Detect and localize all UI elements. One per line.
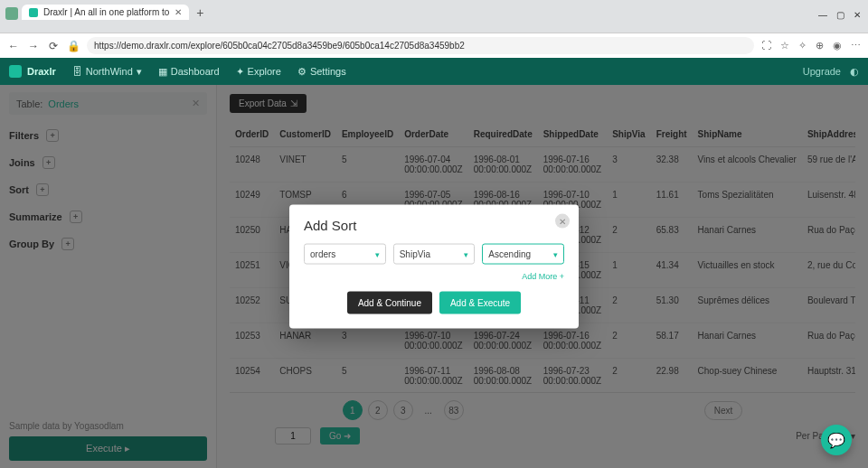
nav-label: Dashboard <box>171 66 220 77</box>
chevron-down-icon: ▾ <box>375 249 380 258</box>
chat-icon: 💬 <box>827 432 845 449</box>
nav-label: Settings <box>310 66 346 77</box>
add-execute-button[interactable]: Add & Execute <box>439 292 521 314</box>
chat-fab[interactable]: 💬 <box>821 425 852 455</box>
dashboard-icon: ▦ <box>158 66 167 78</box>
extension-icon[interactable]: ✧ <box>798 40 807 51</box>
add-more-label: Add More <box>522 272 557 281</box>
chevron-down-icon: ▾ <box>553 249 558 258</box>
sort-column-select[interactable]: ShipVia▾ <box>393 244 476 265</box>
brand-text: Draxlr <box>27 66 56 77</box>
gear-icon: ⚙ <box>297 66 307 78</box>
reader-icon[interactable]: ⛶ <box>761 40 771 51</box>
select-value: orders <box>310 249 335 259</box>
close-icon[interactable]: ✕ <box>175 7 182 17</box>
select-value: Ascending <box>488 249 531 259</box>
browser-tab[interactable]: Draxlr | An all in one platform to ✕ <box>22 5 189 20</box>
chevron-down-icon: ▾ <box>137 66 142 78</box>
favorite-icon[interactable]: ☆ <box>780 40 789 51</box>
modal-title: Add Sort <box>304 218 564 233</box>
window-close[interactable]: ✕ <box>854 10 861 20</box>
close-modal-button[interactable]: ✕ <box>555 214 570 229</box>
forward-icon[interactable]: → <box>27 40 40 52</box>
nav-settings[interactable]: ⚙ Settings <box>297 66 346 78</box>
sort-order-select[interactable]: Ascending▾ <box>482 244 564 265</box>
tab-title: Draxlr | An all in one platform to <box>43 7 169 17</box>
new-tab-button[interactable]: + <box>191 5 209 20</box>
lock-icon: 🔒 <box>67 40 80 52</box>
favicon-icon <box>29 8 38 17</box>
app-menu-icon[interactable] <box>5 7 18 20</box>
db-selector[interactable]: 🗄 NorthWind ▾ <box>72 66 142 78</box>
add-more-link[interactable]: Add More + <box>304 272 564 281</box>
address-bar[interactable] <box>87 37 754 54</box>
nav-explore[interactable]: ✦ Explore <box>236 66 281 78</box>
nav-dashboard[interactable]: ▦ Dashboard <box>158 66 220 78</box>
db-name: NorthWind <box>86 66 133 77</box>
menu-icon[interactable]: ⋯ <box>851 40 861 51</box>
database-icon: 🗄 <box>72 66 82 77</box>
brand-logo[interactable]: Draxlr <box>9 65 56 78</box>
sort-table-select[interactable]: orders▾ <box>304 244 386 265</box>
collections-icon[interactable]: ⊕ <box>816 40 824 51</box>
add-sort-modal: ✕ Add Sort orders▾ ShipVia▾ Ascending▾ A… <box>289 205 579 329</box>
chevron-down-icon: ▾ <box>464 249 468 258</box>
user-avatar-icon[interactable]: ◐ <box>850 66 859 78</box>
nav-label: Explore <box>248 66 281 77</box>
add-continue-button[interactable]: Add & Continue <box>347 292 432 314</box>
explore-icon: ✦ <box>236 66 244 78</box>
profile-icon[interactable]: ◉ <box>833 40 842 51</box>
window-maximize[interactable]: ▢ <box>836 10 844 20</box>
back-icon[interactable]: ← <box>7 40 20 52</box>
reload-icon[interactable]: ⟳ <box>47 40 60 52</box>
logo-icon <box>9 65 22 78</box>
select-value: ShipVia <box>400 249 430 259</box>
upgrade-link[interactable]: Upgrade <box>803 66 841 77</box>
window-minimize[interactable]: — <box>818 10 827 20</box>
